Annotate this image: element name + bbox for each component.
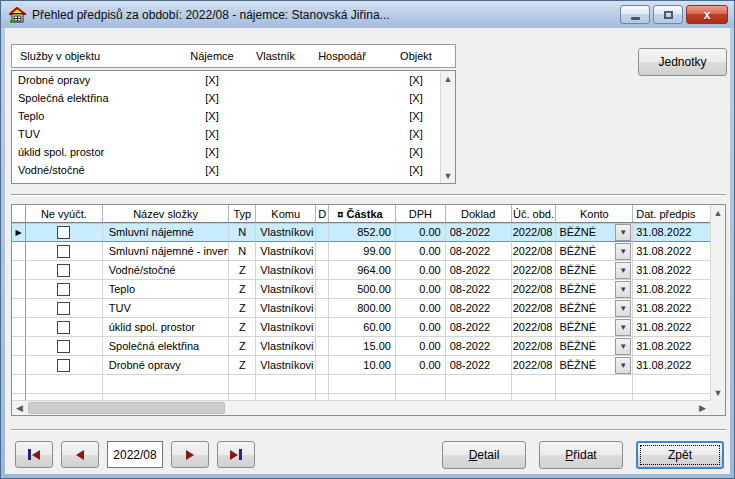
- period-input[interactable]: [107, 441, 163, 468]
- ne-vyuct-checkbox[interactable]: [57, 226, 70, 239]
- cell-nazev: Společná elektřina: [103, 337, 230, 356]
- services-col-objekt: Objekt: [377, 50, 455, 62]
- maximize-icon: [664, 11, 673, 19]
- konto-dropdown-button[interactable]: ▼: [615, 338, 631, 355]
- konto-dropdown-button[interactable]: ▼: [615, 262, 631, 279]
- grid-horizontal-scrollbar[interactable]: ◀ ▶: [12, 400, 710, 415]
- cell-ne-vyuct: [26, 375, 103, 394]
- ne-vyuct-checkbox[interactable]: [57, 283, 70, 296]
- header-dph[interactable]: DPH: [396, 205, 446, 222]
- header-dat-predpis[interactable]: Dat. předpis: [633, 205, 710, 222]
- ne-vyuct-checkbox[interactable]: [57, 359, 70, 372]
- grid-row[interactable]: ▶ Teplo Z Vlastníkovi 500.00 0.00 08-202…: [12, 280, 710, 299]
- cell-nazev: TUV: [103, 299, 230, 318]
- grid-row[interactable]: ▶ Drobné opravy Z Vlastníkovi 10.00 0.00…: [12, 356, 710, 375]
- cell-ne-vyuct: [26, 356, 103, 375]
- konto-dropdown-button[interactable]: ▼: [615, 224, 631, 241]
- jednotky-button[interactable]: Jednotky: [638, 48, 727, 76]
- horizontal-scroll-thumb[interactable]: [28, 402, 225, 414]
- scrollbar-corner: [710, 400, 725, 415]
- scroll-left-icon[interactable]: ◀: [12, 401, 27, 415]
- header-uc-obd[interactable]: Úč. obd.: [512, 205, 557, 222]
- previous-record-button[interactable]: [61, 441, 99, 468]
- grid-row[interactable]: ▶ Vodné/stočné Z Vlastníkovi 964.00 0.00…: [12, 261, 710, 280]
- ne-vyuct-checkbox[interactable]: [57, 264, 70, 277]
- chevron-down-icon: ▼: [619, 323, 627, 332]
- detail-button[interactable]: Detail: [442, 441, 526, 469]
- ne-vyuct-checkbox[interactable]: [57, 321, 70, 334]
- header-nazev-slozky[interactable]: Název složky: [103, 205, 230, 222]
- cell-ne-vyuct: [26, 318, 103, 337]
- grid-row[interactable]: ▶ Smluvní nájemné - inventář N Vlastníko…: [12, 242, 710, 261]
- titlebar: Přehled předpisů za období: 2022/08 - ná…: [1, 1, 734, 28]
- pridat-button[interactable]: Přidat: [539, 441, 623, 469]
- header-konto[interactable]: Konto: [556, 205, 633, 222]
- header-typ[interactable]: Typ: [229, 205, 256, 222]
- service-row[interactable]: Drobné opravy [X] [X]: [12, 71, 455, 89]
- last-record-button[interactable]: [217, 441, 255, 468]
- scroll-up-icon[interactable]: ▲: [711, 205, 725, 220]
- cell-typ: N: [229, 242, 256, 261]
- scroll-right-icon[interactable]: ▶: [695, 401, 710, 415]
- cell-komu: [256, 375, 316, 394]
- cell-d: [316, 375, 329, 394]
- row-selector-cell: ▶: [12, 318, 26, 337]
- header-ne-vyuct[interactable]: Ne vyúčt.: [26, 205, 103, 222]
- service-row[interactable]: úklid spol. prostor [X] [X]: [12, 143, 455, 161]
- service-name: Drobné opravy: [12, 74, 180, 86]
- prev-arrow-icon: [76, 450, 84, 460]
- service-row[interactable]: Vodné/stočné [X] [X]: [12, 161, 455, 179]
- grid-row[interactable]: ▶ TUV Z Vlastníkovi 800.00 0.00 08-2022 …: [12, 299, 710, 318]
- scroll-up-icon[interactable]: ▲: [441, 71, 455, 86]
- service-row[interactable]: Společná elektřina [X] [X]: [12, 89, 455, 107]
- ne-vyuct-checkbox[interactable]: [57, 340, 70, 353]
- grid-row[interactable]: ▶ Smluvní nájemné N Vlastníkovi 852.00 0…: [12, 223, 710, 242]
- grid-row[interactable]: ▶ úklid spol. prostor Z Vlastníkovi 60.0…: [12, 318, 710, 337]
- grid-row[interactable]: ▶ ▼: [12, 375, 710, 394]
- prescriptions-grid: Ne vyúčt. Název složky Typ Komu D ¤ Část…: [11, 204, 726, 416]
- cell-nazev: Smluvní nájemné: [103, 223, 230, 242]
- scroll-down-icon[interactable]: ▼: [711, 385, 725, 400]
- row-selector-cell: ▶: [12, 299, 26, 318]
- service-row[interactable]: TUV [X] [X]: [12, 125, 455, 143]
- app-house-icon: [9, 7, 26, 23]
- header-d[interactable]: D: [316, 205, 329, 222]
- grid-vertical-scrollbar[interactable]: ▲ ▼: [710, 205, 725, 400]
- cell-komu: Vlastníkovi: [256, 223, 316, 242]
- scroll-down-icon[interactable]: ▼: [441, 168, 455, 183]
- cell-doklad: 08-2022: [446, 337, 512, 356]
- header-doklad[interactable]: Doklad: [446, 205, 512, 222]
- services-vertical-scrollbar[interactable]: ▲ ▼: [440, 71, 455, 183]
- cell-uc-obd: [512, 375, 557, 394]
- cell-uc-obd: 2022/08: [512, 356, 557, 375]
- header-komu[interactable]: Komu: [256, 205, 316, 222]
- minimize-button[interactable]: [620, 5, 650, 24]
- zpet-button[interactable]: Zpět: [636, 441, 724, 469]
- maximize-button[interactable]: [653, 5, 683, 24]
- header-castka[interactable]: ¤ Částka: [329, 205, 396, 222]
- cell-komu: Vlastníkovi: [256, 261, 316, 280]
- cell-nazev: Drobné opravy: [103, 356, 230, 375]
- cell-nazev: Teplo: [103, 280, 230, 299]
- close-button[interactable]: x: [686, 5, 728, 24]
- cell-konto: BĚŽNÉ ▼: [556, 223, 633, 242]
- cell-dph: [396, 375, 446, 394]
- konto-dropdown-button[interactable]: ▼: [615, 300, 631, 317]
- cell-uc-obd: 2022/08: [512, 280, 557, 299]
- next-record-button[interactable]: [171, 441, 209, 468]
- konto-dropdown-button[interactable]: ▼: [615, 357, 631, 374]
- first-record-button[interactable]: [15, 441, 53, 468]
- cell-konto: BĚŽNÉ ▼: [556, 280, 633, 299]
- cell-konto: ▼: [556, 375, 633, 394]
- grid-row[interactable]: ▶ Společná elektřina Z Vlastníkovi 15.00…: [12, 337, 710, 356]
- konto-dropdown-button[interactable]: ▼: [615, 319, 631, 336]
- service-mark-najemce: [X]: [180, 92, 244, 104]
- cell-doklad: 08-2022: [446, 280, 512, 299]
- ne-vyuct-checkbox[interactable]: [57, 302, 70, 315]
- cell-komu: Vlastníkovi: [256, 299, 316, 318]
- konto-dropdown-button[interactable]: ▼: [615, 281, 631, 298]
- konto-dropdown-button[interactable]: ▼: [615, 243, 631, 260]
- ne-vyuct-checkbox[interactable]: [57, 245, 70, 258]
- cell-dat-predpis: 31.08.2022: [633, 356, 710, 375]
- service-row[interactable]: Teplo [X] [X]: [12, 107, 455, 125]
